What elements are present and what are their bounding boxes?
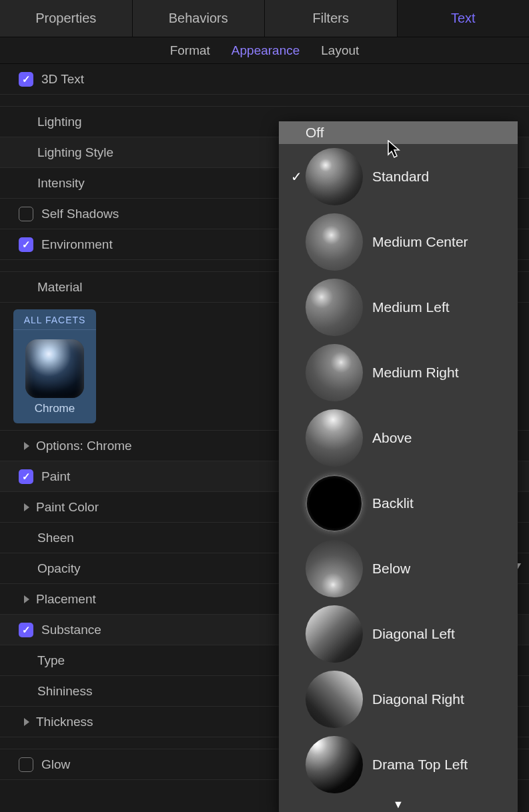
check-icon: ✓ (22, 73, 31, 85)
check-icon: ✓ (287, 169, 306, 185)
label-environment: Environment (41, 237, 113, 252)
label-glow: Glow (41, 757, 70, 772)
tab-behaviors[interactable]: Behaviors (133, 0, 266, 37)
sphere-preview-icon (306, 475, 363, 532)
lighting-style-popup: Off ✓ Standard Medium Center Medium Left… (279, 121, 518, 812)
label-thickness: Thickness (36, 715, 93, 729)
subtab-appearance[interactable]: Appearance (231, 43, 300, 58)
label-paint: Paint (41, 469, 70, 484)
sphere-preview-icon (306, 344, 363, 401)
tab-properties[interactable]: Properties (0, 0, 133, 37)
label-lighting: Lighting (37, 115, 82, 129)
disclosure-icon[interactable] (24, 595, 29, 603)
sphere-preview-icon (306, 671, 363, 728)
label-substance: Substance (41, 623, 101, 637)
subtab-layout[interactable]: Layout (321, 43, 359, 58)
popup-item-medium-left[interactable]: Medium Left (279, 275, 518, 340)
popup-label: Drama Top Left (372, 757, 468, 773)
scroll-down-icon[interactable]: ▼ (279, 797, 518, 811)
label-3d-text: 3D Text (41, 72, 84, 87)
sphere-preview-icon (306, 213, 363, 271)
popup-item-below[interactable]: Below (279, 536, 518, 601)
facet-card[interactable]: ALL FACETS Chrome (13, 309, 96, 423)
material-thumbnail[interactable] (25, 339, 84, 398)
popup-label-off: Off (306, 125, 324, 141)
label-opacity: Opacity (37, 561, 80, 576)
sphere-preview-icon (306, 279, 363, 336)
checkbox-self-shadows[interactable] (19, 207, 33, 221)
checkbox-3d-text[interactable]: ✓ (19, 72, 33, 87)
popup-item-diagonal-right[interactable]: Diagonal Right (279, 667, 518, 732)
sphere-preview-icon (306, 148, 363, 205)
popup-label: Medium Center (372, 234, 468, 250)
label-intensity: Intensity (37, 176, 85, 191)
sub-tab-bar: Format Appearance Layout (0, 37, 529, 64)
subtab-format[interactable]: Format (170, 43, 210, 58)
popup-item-above[interactable]: Above (279, 405, 518, 471)
disclosure-icon[interactable] (24, 442, 29, 450)
popup-item-drama-top-left[interactable]: Drama Top Left (279, 732, 518, 797)
tab-text[interactable]: Text (398, 0, 530, 37)
label-material: Material (37, 280, 83, 295)
popup-label: Backlit (372, 495, 414, 511)
disclosure-icon[interactable] (24, 503, 29, 511)
popup-label: Below (372, 561, 410, 577)
label-placement: Placement (36, 592, 96, 607)
tab-filters[interactable]: Filters (265, 0, 398, 37)
label-shininess: Shininess (37, 684, 92, 699)
checkbox-environment[interactable]: ✓ (19, 237, 33, 252)
facet-header: ALL FACETS (13, 315, 96, 330)
check-icon: ✓ (22, 239, 31, 251)
main-tab-bar: Properties Behaviors Filters Text (0, 0, 529, 37)
row-3d-text[interactable]: ✓ 3D Text (0, 64, 529, 95)
checkbox-glow[interactable] (19, 757, 33, 772)
checkbox-substance[interactable]: ✓ (19, 623, 33, 637)
popup-item-medium-center[interactable]: Medium Center (279, 209, 518, 275)
sphere-preview-icon (306, 409, 363, 467)
material-name: Chrome (13, 402, 96, 415)
popup-item-diagonal-left[interactable]: Diagonal Left (279, 601, 518, 667)
popup-label: Medium Left (372, 299, 450, 315)
cursor-icon (387, 140, 402, 159)
popup-label: Above (372, 430, 412, 446)
label-paint-color: Paint Color (36, 500, 99, 515)
label-lighting-style: Lighting Style (37, 145, 113, 160)
sphere-preview-icon (306, 605, 363, 663)
popup-item-medium-right[interactable]: Medium Right (279, 340, 518, 405)
check-icon: ✓ (22, 624, 31, 636)
label-sheen: Sheen (37, 531, 74, 545)
sphere-preview-icon (306, 736, 363, 793)
label-type: Type (37, 653, 65, 668)
popup-label: Standard (372, 169, 429, 185)
check-icon: ✓ (22, 471, 31, 483)
sphere-preview-icon (306, 540, 363, 597)
popup-label: Diagonal Left (372, 626, 455, 642)
label-options-chrome: Options: Chrome (36, 439, 132, 453)
label-self-shadows: Self Shadows (41, 207, 119, 221)
disclosure-icon[interactable] (24, 718, 29, 726)
popup-label: Medium Right (372, 365, 459, 381)
popup-label: Diagonal Right (372, 691, 464, 707)
checkbox-paint[interactable]: ✓ (19, 469, 33, 484)
popup-item-backlit[interactable]: Backlit (279, 471, 518, 536)
